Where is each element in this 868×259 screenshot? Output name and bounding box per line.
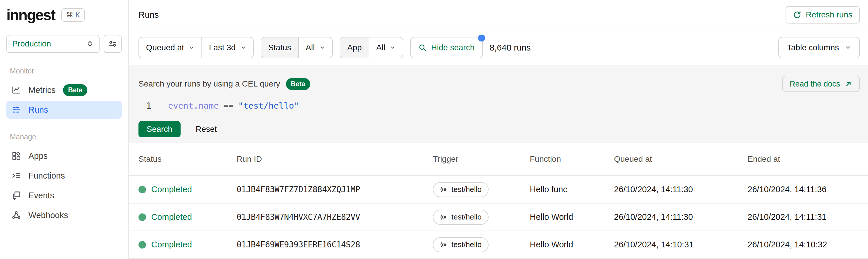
sidebar-item-events[interactable]: Events xyxy=(6,186,122,204)
app-filter-dropdown[interactable]: All xyxy=(369,37,403,58)
editor-line-number: 1 xyxy=(142,101,151,111)
trigger-badge[interactable]: test/hello xyxy=(433,237,489,252)
cel-beta-badge: Beta xyxy=(286,78,310,90)
status-filter: Status All xyxy=(261,37,333,58)
refresh-runs-label: Refresh runs xyxy=(806,10,852,20)
hide-search-button[interactable]: Hide search xyxy=(410,37,483,58)
search-notification-dot xyxy=(478,34,485,41)
command-k-shortcut[interactable]: ⌘ K xyxy=(61,8,85,22)
sidebar-item-label: Metrics xyxy=(28,85,56,95)
run-status: Completed xyxy=(138,212,237,222)
time-filter: Queued at Last 3d xyxy=(138,37,254,58)
cel-query-editor[interactable]: 1 event.name == "test/hello" xyxy=(138,101,860,111)
app-filter-label: App xyxy=(340,37,369,58)
hide-search-label: Hide search xyxy=(431,43,474,52)
sidebar: inngest ⌘ K Production Monitor xyxy=(0,0,129,259)
read-the-docs-link[interactable]: Read the docs xyxy=(782,76,860,92)
column-header-status: Status xyxy=(138,154,237,164)
run-ended-at: 26/10/2024, 14:11:36 xyxy=(747,185,857,194)
table-row[interactable]: Completed 01JB4F83W7FZ7D1Z884XZQJ1MP tes… xyxy=(129,176,868,204)
run-function: Hello func xyxy=(530,185,614,194)
search-icon xyxy=(418,44,427,52)
run-id: 01JB4F83W7N4HVXC7A7HZE82VV xyxy=(237,212,433,222)
sidebar-item-metrics[interactable]: Metrics Beta xyxy=(6,81,122,99)
metrics-beta-badge: Beta xyxy=(63,84,87,96)
sidebar-item-label: Runs xyxy=(28,105,48,115)
chevron-down-icon xyxy=(240,45,246,51)
event-pulse-icon xyxy=(440,213,447,221)
page-title: Runs xyxy=(138,10,159,20)
sidebar-item-label: Events xyxy=(28,191,54,200)
time-field-value: Queued at xyxy=(146,43,184,52)
run-function: Hello World xyxy=(530,212,614,222)
app-filter-value: All xyxy=(376,43,385,52)
app-filter: App All xyxy=(340,37,403,58)
up-down-chevron-icon xyxy=(86,40,94,48)
inngest-logo: inngest xyxy=(6,6,55,24)
run-status: Completed xyxy=(138,185,237,194)
run-status: Completed xyxy=(138,240,237,250)
column-header-ended-at: Ended at xyxy=(747,154,857,164)
status-dot-icon xyxy=(138,213,146,221)
sidebar-item-apps[interactable]: Apps xyxy=(6,147,122,165)
environment-value: Production xyxy=(12,39,51,49)
reset-button[interactable]: Reset xyxy=(196,124,217,134)
refresh-runs-button[interactable]: Refresh runs xyxy=(785,6,860,24)
read-the-docs-label: Read the docs xyxy=(789,80,840,89)
cel-string-token: "test/hello" xyxy=(238,101,299,111)
command-k-label: ⌘ K xyxy=(66,11,80,19)
table-columns-button[interactable]: Table columns xyxy=(778,37,860,58)
event-pulse-icon xyxy=(440,241,447,249)
cel-panel-heading: Search your runs by using a CEL query xyxy=(138,79,280,89)
environment-select[interactable]: Production xyxy=(6,35,100,53)
trigger-badge[interactable]: test/hello xyxy=(433,182,489,197)
webhooks-icon xyxy=(11,210,21,220)
chevron-down-icon xyxy=(845,45,851,51)
sidebar-section-monitor: Monitor xyxy=(10,67,122,75)
run-ended-at: 26/10/2024, 14:11:31 xyxy=(747,212,857,222)
run-function: Hello World xyxy=(530,240,614,250)
table-columns-label: Table columns xyxy=(787,43,839,52)
chevron-down-icon xyxy=(390,45,396,51)
functions-icon xyxy=(11,171,21,180)
trigger-badge[interactable]: test/hello xyxy=(433,210,489,225)
sidebar-item-webhooks[interactable]: Webhooks xyxy=(6,206,122,224)
column-header-queued-at: Queued at xyxy=(614,154,747,164)
filter-bar: Queued at Last 3d Status All xyxy=(129,30,868,65)
sidebar-item-label: Webhooks xyxy=(28,210,68,220)
chevron-down-icon xyxy=(189,45,194,51)
status-dot-icon xyxy=(138,241,146,249)
sidebar-item-label: Apps xyxy=(28,151,48,161)
external-link-icon xyxy=(845,80,852,88)
time-range-dropdown[interactable]: Last 3d xyxy=(202,37,253,58)
time-range-value: Last 3d xyxy=(209,43,236,52)
sidebar-item-runs[interactable]: Runs xyxy=(6,101,122,119)
sliders-icon xyxy=(108,39,117,48)
run-queued-at: 26/10/2024, 14:10:31 xyxy=(614,240,747,250)
column-header-trigger: Trigger xyxy=(433,154,530,164)
status-dot-icon xyxy=(138,186,146,193)
sidebar-item-label: Functions xyxy=(28,171,65,181)
table-row[interactable]: Completed 01JB4F83W7N4HVXC7A7HZE82VV tes… xyxy=(129,204,868,231)
metrics-icon xyxy=(11,85,21,95)
status-filter-dropdown[interactable]: All xyxy=(298,37,332,58)
event-pulse-icon xyxy=(440,186,447,193)
table-row[interactable]: Completed 01JB4F69WE9393EERE16C14S28 tes… xyxy=(129,231,868,259)
sidebar-section-manage: Manage xyxy=(10,133,122,141)
apps-icon xyxy=(11,151,21,161)
status-filter-label: Status xyxy=(261,37,298,58)
cel-search-panel: Search your runs by using a CEL query Be… xyxy=(129,65,868,143)
status-filter-value: All xyxy=(306,43,315,52)
logo-row: inngest ⌘ K xyxy=(6,5,122,24)
refresh-icon xyxy=(793,11,801,19)
run-id: 01JB4F83W7FZ7D1Z884XZQJ1MP xyxy=(237,185,433,194)
run-queued-at: 26/10/2024, 14:11:30 xyxy=(614,185,747,194)
environment-settings-button[interactable] xyxy=(104,35,122,53)
run-id: 01JB4F69WE9393EERE16C14S28 xyxy=(237,240,433,250)
search-button[interactable]: Search xyxy=(138,121,181,137)
sidebar-item-functions[interactable]: Functions xyxy=(6,167,122,185)
runs-count: 8,640 runs xyxy=(490,43,531,53)
run-queued-at: 26/10/2024, 14:11:30 xyxy=(614,212,747,222)
time-field-dropdown[interactable]: Queued at xyxy=(139,37,202,58)
chevron-down-icon xyxy=(319,45,325,51)
